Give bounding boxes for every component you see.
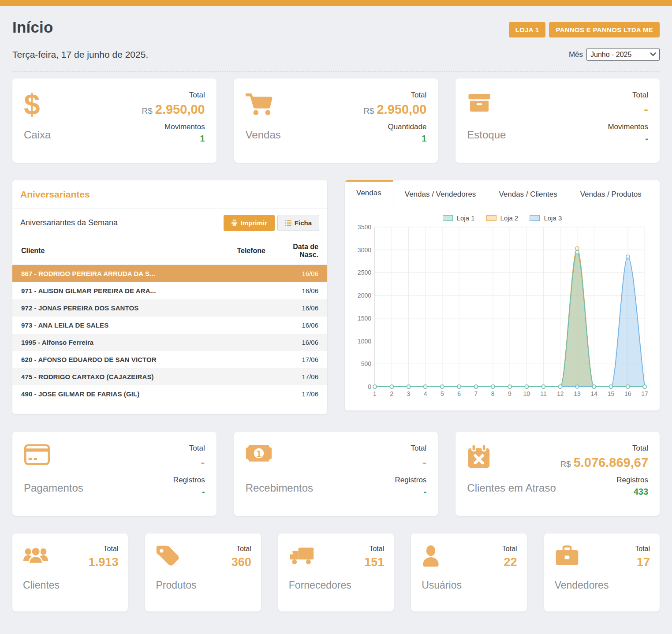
- user-icon: [422, 545, 440, 569]
- registros-label: Registros: [616, 476, 648, 485]
- currency-prefix: R$: [363, 106, 374, 116]
- vendedores-card: Vendedores Total 17: [544, 533, 660, 612]
- svg-text:5: 5: [441, 390, 444, 397]
- usuarios-label: Usuários: [422, 579, 462, 591]
- vendas-card: Vendas Total R$2.950,00 Quantidade 1: [234, 78, 438, 163]
- legend-item[interactable]: Loja 2: [486, 214, 519, 222]
- total-value: -: [198, 455, 205, 471]
- table-row[interactable]: 1995 - Alfonso Ferreira16/06: [12, 334, 327, 351]
- tag-icon: [156, 545, 179, 569]
- movimentos-value: 1: [200, 134, 205, 144]
- page-title: Início: [12, 19, 53, 36]
- table-row[interactable]: 490 - JOSE GILMAR DE FARIAS (GIL)17/06: [12, 385, 327, 403]
- vendas-chart-panel: Vendas Vendas / Vendedores Vendas / Clie…: [345, 180, 660, 410]
- company-badge: PANNOS E PANNOS LTDA ME: [549, 22, 660, 37]
- printer-icon: [231, 220, 238, 226]
- registros-value: 433: [634, 487, 648, 497]
- money-bill-icon: 1: [246, 444, 272, 462]
- svg-text:1: 1: [256, 448, 261, 459]
- aniversariantes-title: Aniversariantes: [12, 180, 327, 209]
- estoque-label: Estoque: [467, 129, 506, 141]
- recebimentos-label: Recebimentos: [246, 482, 313, 494]
- legend-label: Loja 3: [544, 214, 562, 222]
- svg-text:8: 8: [491, 390, 495, 397]
- legend-label: Loja 1: [457, 214, 475, 222]
- svg-text:1000: 1000: [358, 338, 371, 345]
- total-value: -: [420, 455, 427, 471]
- svg-text:11: 11: [540, 390, 547, 397]
- svg-text:17: 17: [641, 390, 648, 397]
- users-icon: [23, 545, 49, 567]
- col-cliente: Cliente: [12, 237, 217, 265]
- table-row[interactable]: 971 - ALISON GILMAR PEREIRA DE ARA...16/…: [12, 282, 327, 299]
- aniversariantes-subtitle: Aniversariantes da Semana: [20, 218, 118, 227]
- vendas-chart: 0500100015002000250030003500123456789101…: [353, 224, 651, 402]
- svg-text:12: 12: [557, 390, 564, 397]
- month-select[interactable]: Junho - 2025: [586, 48, 660, 61]
- mid-stat-cards: Pagamentos Total - Registros - 1: [12, 432, 660, 516]
- top-stat-cards: $ Caixa Total R$2.950,00 Movimentos 1 Ve…: [12, 78, 660, 163]
- box-icon: [467, 91, 492, 116]
- svg-text:4: 4: [424, 390, 427, 397]
- total-value: -: [641, 101, 648, 118]
- svg-text:14: 14: [590, 390, 597, 397]
- truck-icon: [289, 545, 314, 566]
- vendedores-label: Vendedores: [555, 579, 609, 591]
- fornecedores-card: Fornecedores Total 151: [278, 533, 394, 612]
- col-nasc: Data de Nasc.: [270, 237, 327, 265]
- registros-label: Registros: [395, 476, 427, 485]
- pagamentos-card: Pagamentos Total - Registros -: [12, 432, 217, 516]
- list-icon: [285, 220, 291, 226]
- usuarios-total: 22: [502, 556, 517, 569]
- legend-item[interactable]: Loja 3: [530, 214, 562, 222]
- month-label: Mês: [569, 50, 583, 59]
- total-value: R$2.950,00: [363, 101, 426, 118]
- briefcase-icon: [555, 545, 579, 568]
- produtos-label: Produtos: [156, 579, 196, 591]
- svg-text:3500: 3500: [358, 224, 371, 231]
- vendas-label: Vendas: [246, 129, 281, 141]
- svg-text:1: 1: [373, 390, 377, 397]
- aniversariantes-table: Cliente Telefone Data de Nasc. 867 - ROD…: [12, 237, 327, 403]
- table-row[interactable]: 972 - JONAS PEREIRA DOS SANTOS16/06: [12, 299, 327, 317]
- movimentos-label: Movimentos: [608, 123, 648, 131]
- tab-vendas-clientes[interactable]: Vendas / Clientes: [487, 180, 568, 207]
- ficha-button[interactable]: Ficha: [277, 215, 319, 231]
- tab-vendas-vendedores[interactable]: Vendas / Vendedores: [393, 180, 488, 207]
- clientes-total: 1.913: [89, 556, 119, 569]
- legend-item[interactable]: Loja 1: [443, 214, 475, 222]
- produtos-total: 360: [231, 556, 251, 569]
- vendedores-total: 17: [635, 556, 650, 569]
- clientes-label: Clientes: [23, 579, 60, 591]
- table-row[interactable]: 620 - AFONSO EDUARDO DE SAN VICTOR17/06: [12, 351, 327, 368]
- svg-text:7: 7: [474, 390, 478, 397]
- registros-label: Registros: [173, 476, 205, 485]
- caixa-card: $ Caixa Total R$2.950,00 Movimentos 1: [12, 78, 217, 163]
- total-label: Total: [632, 91, 648, 100]
- svg-text:16: 16: [624, 390, 631, 397]
- tab-vendas-produtos[interactable]: Vendas / Produtos: [569, 180, 653, 207]
- svg-text:3000: 3000: [358, 246, 371, 254]
- caixa-label: Caixa: [24, 129, 51, 141]
- svg-text:1500: 1500: [358, 315, 371, 322]
- table-row[interactable]: 867 - RODRIGO PEREIRA ARRUDA DA S...16/0…: [12, 265, 327, 283]
- pagamentos-label: Pagamentos: [24, 482, 83, 494]
- total-label: Total: [189, 91, 205, 100]
- currency-prefix: R$: [142, 106, 152, 116]
- table-row[interactable]: 475 - RODRIGO CARTAXO (CAJAZEIRAS)17/06: [12, 368, 327, 385]
- total-label: Total: [635, 545, 650, 553]
- imprimir-button[interactable]: Imprimir: [224, 215, 275, 231]
- col-telefone: Telefone: [217, 237, 270, 265]
- table-row[interactable]: 973 - ANA LEILA DE SALES16/06: [12, 317, 327, 334]
- quantidade-label: Quantidade: [388, 123, 426, 131]
- produtos-card: Produtos Total 360: [145, 533, 261, 612]
- aniversariantes-panel: Aniversariantes Aniversariantes da Seman…: [12, 180, 327, 414]
- svg-text:2500: 2500: [358, 269, 371, 276]
- movimentos-label: Movimentos: [164, 123, 205, 131]
- legend-label: Loja 2: [500, 214, 519, 222]
- chart-tabs: Vendas Vendas / Vendedores Vendas / Clie…: [345, 180, 660, 207]
- tab-vendas[interactable]: Vendas: [345, 180, 393, 207]
- fornecedores-label: Fornecedores: [289, 579, 351, 591]
- dashboard: Início LOJA 1 PANNOS E PANNOS LTDA ME Te…: [0, 19, 672, 634]
- summary-cards: Clientes Total 1.913 Produtos Total 360: [12, 533, 660, 612]
